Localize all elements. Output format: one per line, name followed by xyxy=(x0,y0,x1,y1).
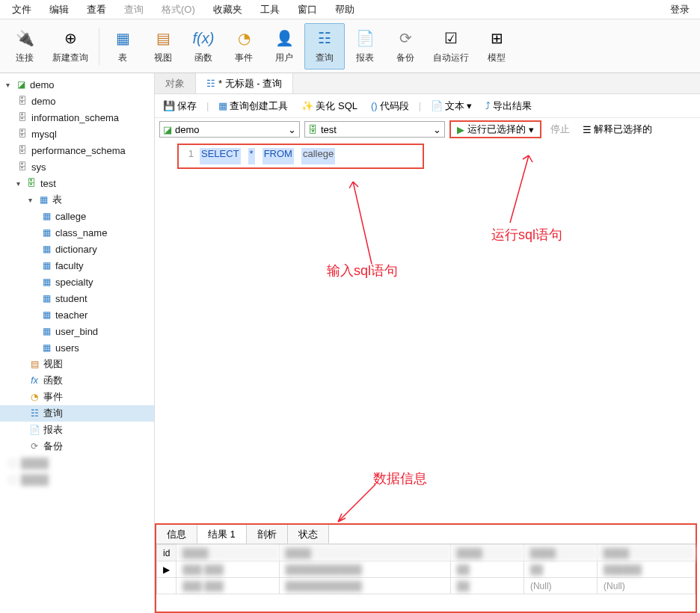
chevron-down-icon[interactable]: ▾ xyxy=(3,81,12,89)
tab-untitled-query[interactable]: ☷ * 无标题 - 查询 xyxy=(196,73,293,93)
chevron-down-icon[interactable]: ▾ xyxy=(13,179,22,188)
run-label: 运行已选择的 xyxy=(467,123,526,136)
builder-label: 查询创建工具 xyxy=(230,99,288,113)
connect-button[interactable]: 🔌 连接 xyxy=(4,23,45,70)
run-selected-button[interactable]: ▶ 运行已选择的 ▾ xyxy=(449,120,541,138)
menu-file[interactable]: 文件 xyxy=(3,1,40,19)
tree-table[interactable]: ▦class_name xyxy=(0,224,154,241)
query-builder-button[interactable]: ▦查询创建工具 xyxy=(215,98,292,114)
null-cell: (Null) xyxy=(524,578,597,594)
annotation-run-sql: 运行sql语句 xyxy=(491,226,562,244)
menu-query[interactable]: 查询 xyxy=(115,1,153,19)
tree-table[interactable]: ▦callege xyxy=(0,208,154,224)
result-tab-profile[interactable]: 剖析 xyxy=(247,525,288,543)
chevron-down-icon[interactable]: ▾ xyxy=(25,196,34,204)
tree-table-label: callege xyxy=(55,211,86,222)
tree-table[interactable]: ▦users xyxy=(0,339,154,356)
keyword-from: FROM xyxy=(262,148,294,164)
database-select[interactable]: 🗄 test ⌄ xyxy=(304,121,445,138)
tree-db[interactable]: 🗄sys xyxy=(0,158,154,175)
connection-icon: ◪ xyxy=(163,124,172,135)
column-header[interactable]: ████ xyxy=(598,545,696,561)
tree-tables-label: 表 xyxy=(52,193,62,206)
snippet-button[interactable]: ()代码段 xyxy=(367,98,413,114)
explain-button[interactable]: ☰解释已选择的 xyxy=(579,121,656,138)
model-icon: ⊞ xyxy=(486,28,507,49)
table-icon: ▦ xyxy=(40,276,52,288)
tree-db-active[interactable]: ▾🗄test xyxy=(0,175,154,191)
connection-select[interactable]: ◪ demo ⌄ xyxy=(159,121,300,138)
sidebar-tree[interactable]: ▾ ◪ demo 🗄demo 🗄information_schema 🗄mysq… xyxy=(0,73,154,613)
column-header[interactable]: id xyxy=(157,545,176,561)
tree-views[interactable]: ▤视图 xyxy=(0,356,154,372)
tree-db[interactable]: 🗄mysql xyxy=(0,126,154,142)
tree-table[interactable]: ▦student xyxy=(0,290,154,306)
menu-tools[interactable]: 工具 xyxy=(251,1,289,19)
menu-edit[interactable]: 编辑 xyxy=(40,1,78,19)
tree-db[interactable]: 🗄performance_schema xyxy=(0,142,154,158)
tree-events[interactable]: ◔事件 xyxy=(0,389,154,405)
tree-table[interactable]: ▦user_bind xyxy=(0,323,154,339)
content-tabs: 对象 ☷ * 无标题 - 查询 xyxy=(155,73,700,94)
annotation-data-info: 数据信息 xyxy=(373,469,427,487)
column-header[interactable]: ████ xyxy=(176,545,279,561)
tab-objects[interactable]: 对象 xyxy=(155,73,196,93)
result-grid[interactable]: id ████ ████ ████ ████ ████ ▶ ███ ██████… xyxy=(156,544,696,594)
backup-button[interactable]: ⟳ 备份 xyxy=(385,23,426,70)
tree-table[interactable]: ▦dictionary xyxy=(0,241,154,257)
tree-table[interactable]: ▦faculty xyxy=(0,257,154,274)
tree-functions[interactable]: fx函数 xyxy=(0,372,154,389)
tree-table[interactable]: ▦teacher xyxy=(0,306,154,323)
save-button[interactable]: 💾保存 xyxy=(159,98,200,114)
tree-db[interactable]: 🗄information_schema xyxy=(0,109,154,126)
database-icon: 🗄 xyxy=(16,95,28,107)
tree-queries-label: 查询 xyxy=(43,407,63,420)
tree-backup[interactable]: ⟳备份 xyxy=(0,438,154,455)
tree-table[interactable]: ▦specialty xyxy=(0,274,154,290)
tree-db[interactable]: 🗄demo xyxy=(0,93,154,109)
query-button[interactable]: ☷ 查询 xyxy=(304,23,345,70)
star: * xyxy=(248,148,255,164)
result-tab-status[interactable]: 状态 xyxy=(288,525,329,543)
menu-view[interactable]: 查看 xyxy=(78,1,115,19)
text-button[interactable]: 📄文本 ▾ xyxy=(427,98,476,114)
autorun-label: 自动运行 xyxy=(433,52,469,64)
query-icon: ☷ xyxy=(206,78,215,89)
menu-favorites[interactable]: 收藏夹 xyxy=(204,1,251,19)
column-header[interactable]: ████ xyxy=(524,545,597,561)
menu-format[interactable]: 格式(O) xyxy=(153,1,204,19)
new-query-button[interactable]: ⊕ 新建查询 xyxy=(45,23,96,70)
user-button[interactable]: 👤 用户 xyxy=(264,23,304,70)
tree-queries[interactable]: ☷查询 xyxy=(0,405,154,422)
tree-table-label: student xyxy=(55,293,88,304)
query-label: 查询 xyxy=(316,52,334,64)
view-button[interactable]: ▤ 视图 xyxy=(143,23,183,70)
tree-connection[interactable]: ▾ ◪ demo xyxy=(0,76,154,93)
result-tab-info[interactable]: 信息 xyxy=(156,525,197,543)
table-row[interactable]: ███ █████████████████ (Null) (Null) xyxy=(157,578,696,594)
beautify-button[interactable]: ✨美化 SQL xyxy=(298,98,361,114)
model-button[interactable]: ⊞ 模型 xyxy=(476,23,517,70)
table-row[interactable]: ▶ ███ █████████████████████████ xyxy=(157,561,696,578)
menu-login[interactable]: 登录 xyxy=(661,1,697,19)
event-button[interactable]: ◔ 事件 xyxy=(224,23,264,70)
export-button[interactable]: ⤴导出结果 xyxy=(482,98,535,114)
autorun-button[interactable]: ☑ 自动运行 xyxy=(426,23,476,70)
menu-window[interactable]: 窗口 xyxy=(289,1,326,19)
tree-db-label: test xyxy=(40,178,56,189)
report-button[interactable]: 📄 报表 xyxy=(345,23,385,70)
menu-help[interactable]: 帮助 xyxy=(326,1,363,19)
tree-reports[interactable]: 📄报表 xyxy=(0,422,154,438)
table-icon: ▦ xyxy=(40,309,52,321)
column-header[interactable]: ████ xyxy=(450,545,524,561)
backup-label: 备份 xyxy=(396,52,414,64)
table-button[interactable]: ▦ 表 xyxy=(102,23,143,70)
backup-icon: ⟳ xyxy=(395,28,416,49)
tree-tables-node[interactable]: ▾▦表 xyxy=(0,191,154,208)
function-button[interactable]: f(x) 函数 xyxy=(183,23,224,70)
sql-editor[interactable]: 1 SELECT * FROM callege xyxy=(177,144,424,169)
result-tab-result1[interactable]: 结果 1 xyxy=(197,525,247,543)
column-header[interactable]: ████ xyxy=(279,545,450,561)
query-icon: ☷ xyxy=(314,28,335,49)
table-icon: ▦ xyxy=(40,325,52,337)
